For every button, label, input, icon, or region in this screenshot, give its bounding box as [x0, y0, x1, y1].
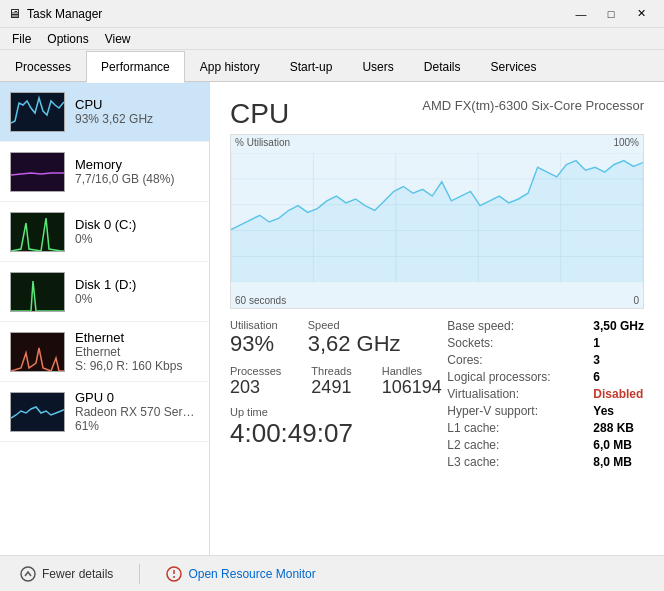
tab-bar: Processes Performance App history Start-… — [0, 50, 664, 82]
spec-cores: Cores: 3 — [447, 353, 644, 367]
handles-label: Handles — [382, 365, 442, 377]
sidebar-item-disk1[interactable]: Disk 1 (D:) 0% — [0, 262, 209, 322]
monitor-icon — [166, 566, 182, 582]
gpu0-mini-graph — [10, 392, 65, 432]
spec-logical-processors-value: 6 — [593, 370, 600, 384]
cpu-header: CPU AMD FX(tm)-6300 Six-Core Processor — [230, 98, 644, 130]
tab-processes[interactable]: Processes — [0, 51, 86, 83]
speed-label: Speed — [308, 319, 401, 331]
spec-virtualisation-label: Virtualisation: — [447, 387, 587, 401]
tab-app-history[interactable]: App history — [185, 51, 275, 83]
graph-y-label: % Utilisation — [235, 137, 290, 148]
spec-logical-processors-label: Logical processors: — [447, 370, 587, 384]
footer: Fewer details Open Resource Monitor — [0, 555, 664, 591]
specs-panel: Base speed: 3,50 GHz Sockets: 1 Cores: 3… — [447, 319, 644, 472]
cpu-model: AMD FX(tm)-6300 Six-Core Processor — [422, 98, 644, 113]
spec-virtualisation: Virtualisation: Disabled — [447, 387, 644, 401]
fewer-details-button[interactable]: Fewer details — [14, 562, 119, 586]
ethernet-sidebar-speed: S: 96,0 R: 160 Kbps — [75, 359, 199, 373]
gpu0-sidebar-value: 61% — [75, 419, 199, 433]
app-icon: 🖥 — [8, 6, 21, 21]
ethernet-sidebar-value: Ethernet — [75, 345, 199, 359]
sidebar-item-disk0[interactable]: Disk 0 (C:) 0% — [0, 202, 209, 262]
tab-users[interactable]: Users — [347, 51, 408, 83]
uptime-block: Up time 4:00:49:07 — [230, 406, 442, 449]
stats-row-1: Utilisation 93% Speed 3,62 GHz — [230, 319, 442, 357]
threads-label: Threads — [311, 365, 351, 377]
disk0-sidebar-name: Disk 0 (C:) — [75, 217, 199, 232]
close-button[interactable]: ✕ — [626, 4, 656, 24]
spec-hyperv: Hyper-V support: Yes — [447, 404, 644, 418]
processes-label: Processes — [230, 365, 281, 377]
tab-startup[interactable]: Start-up — [275, 51, 348, 83]
sidebar: CPU 93% 3,62 GHz Memory 7,7/16,0 GB (48%… — [0, 82, 210, 555]
spec-sockets-value: 1 — [593, 336, 600, 350]
tab-services[interactable]: Services — [475, 51, 551, 83]
spec-l3-cache: L3 cache: 8,0 MB — [447, 455, 644, 469]
memory-sidebar-name: Memory — [75, 157, 199, 172]
disk1-sidebar-name: Disk 1 (D:) — [75, 277, 199, 292]
spec-base-speed-value: 3,50 GHz — [593, 319, 644, 333]
app-title: Task Manager — [27, 7, 102, 21]
menu-bar: File Options View — [0, 28, 664, 50]
disk0-sidebar-value: 0% — [75, 232, 199, 246]
disk1-mini-graph — [10, 272, 65, 312]
utilisation-label: Utilisation — [230, 319, 278, 331]
cpu-sidebar-value: 93% 3,62 GHz — [75, 112, 199, 126]
disk1-sidebar-value: 0% — [75, 292, 199, 306]
menu-view[interactable]: View — [97, 28, 139, 50]
open-monitor-label: Open Resource Monitor — [188, 567, 315, 581]
open-resource-monitor-button[interactable]: Open Resource Monitor — [160, 562, 321, 586]
minimize-button[interactable]: — — [566, 4, 596, 24]
threads-value: 2491 — [311, 377, 351, 398]
spec-cores-value: 3 — [593, 353, 600, 367]
maximize-button[interactable]: □ — [596, 4, 626, 24]
sidebar-item-memory[interactable]: Memory 7,7/16,0 GB (48%) — [0, 142, 209, 202]
svg-point-13 — [21, 567, 35, 581]
spec-l1-label: L1 cache: — [447, 421, 587, 435]
footer-divider — [139, 564, 140, 584]
tab-performance[interactable]: Performance — [86, 51, 185, 83]
spec-virtualisation-value: Disabled — [593, 387, 643, 401]
gpu0-sidebar-name: GPU 0 — [75, 390, 199, 405]
tab-details[interactable]: Details — [409, 51, 476, 83]
stats-container: Utilisation 93% Speed 3,62 GHz Processes… — [230, 319, 644, 472]
uptime-label: Up time — [230, 406, 442, 418]
cpu-graph-svg — [231, 153, 643, 282]
menu-options[interactable]: Options — [39, 28, 96, 50]
handles-value: 106194 — [382, 377, 442, 398]
sidebar-item-cpu[interactable]: CPU 93% 3,62 GHz — [0, 82, 209, 142]
utilisation-stat: Utilisation 93% — [230, 319, 278, 357]
ethernet-mini-graph — [10, 332, 65, 372]
cpu-sidebar-name: CPU — [75, 97, 199, 112]
gpu0-sidebar-model: Radeon RX 570 Ser… — [75, 405, 199, 419]
graph-y-max: 100% — [613, 137, 639, 148]
sidebar-item-gpu0[interactable]: GPU 0 Radeon RX 570 Ser… 61% — [0, 382, 209, 442]
spec-l3-value: 8,0 MB — [593, 455, 632, 469]
detail-panel: CPU AMD FX(tm)-6300 Six-Core Processor %… — [210, 82, 664, 555]
utilisation-value: 93% — [230, 331, 278, 357]
sidebar-item-ethernet[interactable]: Ethernet Ethernet S: 96,0 R: 160 Kbps — [0, 322, 209, 382]
spec-base-speed: Base speed: 3,50 GHz — [447, 319, 644, 333]
threads-stat: Threads 2491 — [311, 365, 351, 398]
spec-base-speed-label: Base speed: — [447, 319, 587, 333]
spec-l3-label: L3 cache: — [447, 455, 587, 469]
spec-l1-cache: L1 cache: 288 KB — [447, 421, 644, 435]
main-content: CPU 93% 3,62 GHz Memory 7,7/16,0 GB (48%… — [0, 82, 664, 555]
ethernet-sidebar-name: Ethernet — [75, 330, 199, 345]
cpu-mini-graph — [10, 92, 65, 132]
spec-cores-label: Cores: — [447, 353, 587, 367]
memory-sidebar-value: 7,7/16,0 GB (48%) — [75, 172, 199, 186]
uptime-value: 4:00:49:07 — [230, 418, 442, 449]
disk0-mini-graph — [10, 212, 65, 252]
title-bar: 🖥 Task Manager — □ ✕ — [0, 0, 664, 28]
speed-value: 3,62 GHz — [308, 331, 401, 357]
spec-l1-value: 288 KB — [593, 421, 634, 435]
menu-file[interactable]: File — [4, 28, 39, 50]
graph-x-right: 0 — [633, 295, 639, 306]
memory-mini-graph — [10, 152, 65, 192]
cpu-graph: % Utilisation 100% 60 seconds 0 — [230, 134, 644, 309]
spec-sockets-label: Sockets: — [447, 336, 587, 350]
spec-l2-value: 6,0 MB — [593, 438, 632, 452]
processes-value: 203 — [230, 377, 281, 398]
